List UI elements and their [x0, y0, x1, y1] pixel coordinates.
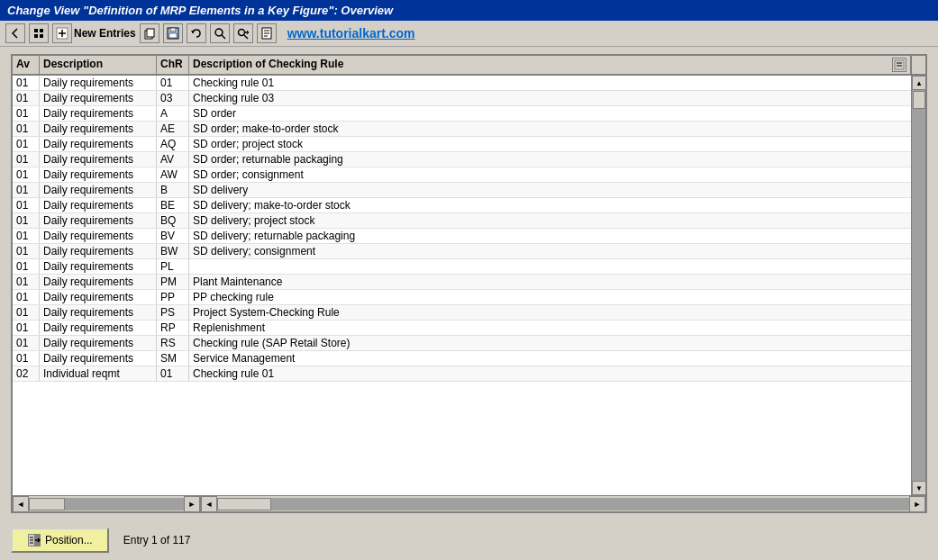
cell-desc-checking: Checking rule 01: [189, 366, 911, 381]
cell-av: 01: [13, 198, 40, 212]
hscroll-thumb[interactable]: [29, 498, 65, 510]
cell-description: Daily requirements: [40, 76, 157, 90]
table-row[interactable]: 01Daily requirements01Checking rule 01: [13, 76, 911, 91]
table-row[interactable]: 01Daily requirementsBWSD delivery; consi…: [13, 244, 911, 259]
scroll-track[interactable]: [912, 90, 925, 481]
find-icon[interactable]: [210, 23, 230, 43]
scroll-thumb[interactable]: [913, 91, 925, 109]
cell-chr: AQ: [157, 137, 189, 151]
table-row[interactable]: 01Daily requirementsRPReplenishment: [13, 321, 911, 336]
cell-desc-checking: Project System-Checking Rule: [189, 305, 911, 320]
table-row[interactable]: 01Daily requirementsPMPlant Maintenance: [13, 275, 911, 290]
hscroll2-left-btn[interactable]: ◄: [201, 496, 217, 512]
content-area: Av Description ChR Description of Checki…: [0, 47, 938, 520]
table-row[interactable]: 01Daily requirementsASD order: [13, 106, 911, 122]
cell-chr: AW: [157, 167, 189, 182]
table-row[interactable]: 02Individual reqmt01Checking rule 01: [13, 366, 911, 382]
cell-chr: A: [157, 106, 189, 121]
scroll-down-btn[interactable]: ▼: [912, 481, 925, 495]
svg-rect-10: [170, 28, 176, 32]
cell-av: 01: [13, 244, 40, 258]
table-row[interactable]: 01Daily requirementsBQSD delivery; proje…: [13, 213, 911, 229]
table-row[interactable]: 01Daily requirementsBESD delivery; make-…: [13, 198, 911, 213]
svg-rect-0: [34, 29, 38, 32]
table-row[interactable]: 01Daily requirementsPPPP checking rule: [13, 290, 911, 305]
svg-rect-3: [40, 34, 43, 38]
cell-av: 01: [13, 91, 40, 105]
position-button[interactable]: Position...: [11, 528, 109, 553]
cell-av: 01: [13, 213, 40, 228]
svg-rect-22: [895, 60, 904, 69]
cell-description: Daily requirements: [40, 152, 157, 167]
new-entries-btn[interactable]: New Entries: [52, 23, 136, 43]
cell-chr: 03: [157, 91, 189, 105]
cell-desc-checking: SD order; make-to-order stock: [189, 122, 911, 136]
cell-description: Daily requirements: [40, 122, 157, 136]
cell-chr: BQ: [157, 213, 189, 228]
back-icon[interactable]: [5, 23, 25, 43]
cell-av: 01: [13, 152, 40, 167]
svg-rect-11: [169, 33, 177, 38]
copy-rows-icon[interactable]: [140, 23, 159, 43]
table-row[interactable]: 01Daily requirementsPL: [13, 259, 911, 275]
cell-chr: 01: [157, 76, 189, 90]
save-icon[interactable]: [163, 23, 183, 43]
cell-chr: AE: [157, 122, 189, 136]
column-settings-icon[interactable]: [892, 58, 906, 72]
hscroll2-track[interactable]: [217, 498, 909, 510]
table-row[interactable]: 01Daily requirementsAQSD order; project …: [13, 137, 911, 152]
table-row[interactable]: 01Daily requirementsAWSD order; consignm…: [13, 167, 911, 183]
cell-description: Individual reqmt: [40, 366, 157, 381]
cell-description: Daily requirements: [40, 106, 157, 121]
table-row[interactable]: 01Daily requirementsSMService Management: [13, 351, 911, 366]
svg-rect-1: [40, 29, 43, 32]
col-header-desc-checking: Description of Checking Rule: [189, 56, 911, 74]
doc-icon[interactable]: [257, 23, 277, 43]
hscroll-left-btn[interactable]: ◄: [13, 496, 29, 512]
table-row[interactable]: 01Daily requirementsPSProject System-Che…: [13, 305, 911, 321]
cell-desc-checking: SD delivery; project stock: [189, 213, 911, 228]
cell-chr: 01: [157, 366, 189, 381]
col-header-chr: ChR: [157, 56, 189, 74]
scroll-up-btn[interactable]: ▲: [912, 76, 925, 90]
table-row[interactable]: 01Daily requirementsAESD order; make-to-…: [13, 122, 911, 137]
cell-chr: PL: [157, 259, 189, 274]
table-row[interactable]: 01Daily requirementsBVSD delivery; retur…: [13, 229, 911, 244]
watermark-text: www.tutorialkart.com: [287, 26, 415, 41]
col-header-description: Description: [40, 56, 157, 74]
svg-line-14: [222, 35, 225, 39]
hscroll-right-btn[interactable]: ►: [184, 496, 200, 512]
cell-description: Daily requirements: [40, 244, 157, 258]
table-container: Av Description ChR Description of Checki…: [11, 54, 927, 513]
hscroll2-thumb[interactable]: [217, 498, 271, 510]
cell-chr: BE: [157, 198, 189, 212]
cell-chr: SM: [157, 351, 189, 366]
cell-chr: BW: [157, 244, 189, 258]
cell-chr: RP: [157, 321, 189, 335]
overview-icon[interactable]: [29, 23, 49, 43]
title-bar: Change View "Definition of MRP Elements …: [0, 0, 938, 21]
cell-chr: BV: [157, 229, 189, 243]
hscroll2-right-btn[interactable]: ►: [909, 496, 925, 512]
table-row[interactable]: 01Daily requirements03Checking rule 03: [13, 91, 911, 106]
new-entries-label[interactable]: New Entries: [74, 27, 136, 40]
table-wrapper: 01Daily requirements01Checking rule 0101…: [13, 76, 925, 495]
svg-point-15: [238, 30, 244, 36]
undo-icon[interactable]: [187, 23, 206, 43]
new-entries-icon[interactable]: [52, 23, 72, 43]
cell-desc-checking: SD delivery; make-to-order stock: [189, 198, 911, 212]
cell-av: 01: [13, 137, 40, 151]
table-row[interactable]: 01Daily requirementsBSD delivery: [13, 183, 911, 198]
cell-desc-checking: Checking rule 03: [189, 91, 911, 105]
table-scroll-area[interactable]: 01Daily requirements01Checking rule 0101…: [13, 76, 911, 495]
cell-desc-checking: SD delivery: [189, 183, 911, 197]
find-next-icon[interactable]: [233, 23, 253, 43]
table-row[interactable]: 01Daily requirementsRSChecking rule (SAP…: [13, 336, 911, 351]
cell-description: Daily requirements: [40, 229, 157, 243]
table-row[interactable]: 01Daily requirementsAVSD order; returnab…: [13, 152, 911, 167]
cell-av: 01: [13, 76, 40, 90]
hscroll-track[interactable]: [29, 498, 184, 510]
cell-av: 01: [13, 122, 40, 136]
cell-av: 01: [13, 106, 40, 121]
svg-line-16: [244, 35, 248, 39]
